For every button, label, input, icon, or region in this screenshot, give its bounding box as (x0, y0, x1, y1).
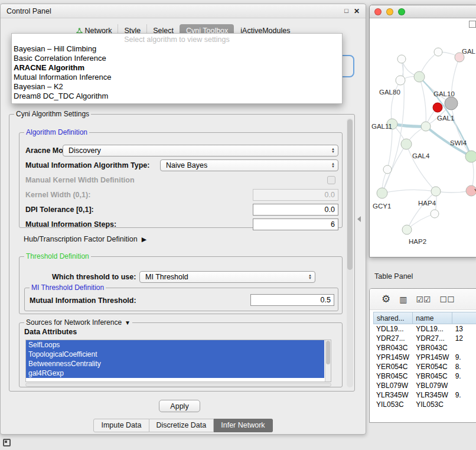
table-cell: YBL079W (373, 381, 413, 390)
table-row[interactable]: YBR045CYBR045C9. (373, 371, 476, 381)
minimize-button[interactable] (386, 8, 393, 15)
column-header-name[interactable]: name (413, 312, 452, 324)
apply-button[interactable]: Apply (159, 400, 200, 412)
dropdown-item-bayesian-hill-climbing[interactable]: Bayesian – Hill Climbing (12, 44, 342, 54)
attribute-item-gal4rgexp[interactable]: gal4RGexp (26, 369, 324, 378)
network-node[interactable] (445, 97, 458, 110)
network-node[interactable] (377, 188, 387, 198)
network-node[interactable] (431, 210, 439, 218)
network-node[interactable] (397, 55, 406, 63)
zoom-button[interactable] (398, 8, 405, 15)
network-node[interactable] (414, 71, 425, 82)
aracne-mode-select[interactable]: Discovery ▲▼ (63, 145, 338, 156)
list-scrollbar[interactable] (325, 340, 331, 381)
network-canvas-svg: GAL80GAL10GAL11GAL1SWI4GAL4GCY1HAP4HAP2G… (370, 18, 476, 257)
network-edge[interactable] (382, 190, 436, 193)
sources-title[interactable]: Sources for Network Inference ▼ (24, 318, 132, 327)
network-edge[interactable] (419, 77, 426, 126)
table-row[interactable]: YBL079WYBL079W (373, 381, 476, 390)
splitter-collapse-arrow[interactable] (357, 216, 361, 222)
dropdown-placeholder: Select algorithm to view settings (12, 35, 342, 44)
data-attributes-list[interactable]: SelfLoopsTopologicalCoefficientBetweenne… (25, 340, 331, 382)
dropdown-item-mutual-information-inference[interactable]: Mutual Information Inference (12, 73, 342, 82)
table-row[interactable]: YER054CYER054C8. (373, 362, 476, 371)
network-window-titlebar[interactable] (370, 5, 476, 18)
network-edge[interactable] (406, 144, 436, 191)
network-node[interactable] (434, 48, 442, 56)
table-cell: YLR345W (373, 390, 413, 400)
mi-type-select[interactable]: Naive Bayes ▲▼ (160, 159, 338, 171)
column-header-2[interactable] (452, 312, 476, 324)
scrollbar-thumb[interactable] (326, 341, 330, 364)
table-cell: YPR145W (413, 353, 452, 362)
mi-threshold-definition-group: MI Threshold Definition Mutual Informati… (24, 288, 338, 311)
network-node[interactable] (431, 187, 441, 196)
sources-group: Sources for Network Inference ▼ Data Att… (19, 322, 343, 387)
mi-threshold-field[interactable]: 0.5 (250, 294, 334, 306)
network-node[interactable] (421, 122, 431, 131)
table-row[interactable]: YBR043CYBR043C (373, 343, 476, 353)
table-row[interactable]: YDL19...YDL19...13 (373, 324, 476, 334)
close-button[interactable] (374, 8, 382, 15)
table-row[interactable]: YIL053CYIL053C (373, 400, 476, 409)
network-node[interactable] (402, 225, 412, 234)
scrollbar-thumb[interactable] (347, 119, 353, 270)
threshold-definition-title: Threshold Definition (24, 252, 91, 261)
table-cell: 9. (452, 390, 476, 400)
settings-scrollbar[interactable] (347, 118, 353, 387)
table-cell: 9. (452, 371, 476, 381)
restore-panel-icon[interactable] (3, 439, 11, 446)
table-row[interactable]: YPR145WYPR145W9. (373, 353, 476, 362)
dropdown-item-bayesian-k2[interactable]: Bayesian – K2 (12, 82, 342, 92)
table-cell (452, 343, 476, 353)
data-attributes-label: Data Attributes (24, 328, 77, 336)
network-node[interactable] (401, 139, 412, 149)
bottom-tab-discretize-data[interactable]: Discretize Data (149, 419, 214, 432)
kernel-width-label: Kernel Width (0,1): (25, 191, 90, 199)
which-threshold-select[interactable]: MI Threshold ▲▼ (139, 271, 315, 283)
dropdown-item-aracne-algorithm[interactable]: ARACNE Algorithm (12, 63, 342, 73)
dropdown-item-dream8-dc-tdc-algorithm[interactable]: Dream8 DC_TDC Algorithm (12, 92, 342, 101)
network-edge[interactable] (387, 124, 392, 169)
dropdown-item-basic-correlation-inference[interactable]: Basic Correlation Inference (12, 54, 342, 63)
network-edge[interactable] (407, 191, 436, 230)
bottom-tab-infer-network[interactable]: Infer Network (214, 419, 272, 432)
network-canvas[interactable]: GAL80GAL10GAL11GAL1SWI4GAL4GCY1HAP4HAP2G… (370, 18, 476, 257)
algorithm-definition-title: Algorithm Definition (24, 128, 89, 137)
window-title: Control Panel (6, 7, 51, 15)
overview-box[interactable] (469, 21, 476, 28)
network-node[interactable] (383, 165, 392, 174)
dpi-tolerance-field[interactable]: 0.0 (253, 204, 338, 216)
attribute-item-topologicalcoefficient[interactable]: TopologicalCoefficient (26, 350, 324, 359)
gear-icon[interactable]: ⚙ (382, 294, 390, 304)
threshold-definition-group: Threshold Definition Which threshold to … (19, 256, 343, 314)
columns-icon[interactable]: ▥ (399, 295, 407, 304)
node-label: GAL1 (437, 115, 454, 122)
settings-group-title: Cyni Algorithm Settings (14, 110, 91, 119)
mi-steps-label: Mutual Information Steps: (25, 220, 116, 229)
attribute-item-selfloops[interactable]: SelfLoops (26, 340, 324, 350)
table-cell: YDR27... (413, 334, 452, 343)
float-window-icon[interactable]: □ (344, 7, 348, 15)
mi-type-value: Naive Bayes (166, 161, 207, 169)
node-label: SWI4 (450, 139, 467, 146)
select-checked-icon[interactable]: ☑☑ (416, 295, 431, 304)
algorithm-dropdown-list: Select algorithm to view settings Bayesi… (11, 33, 343, 104)
mi-steps-field[interactable]: 6 (253, 219, 338, 230)
column-header-shared[interactable]: shared... (373, 312, 413, 324)
network-edge[interactable] (391, 80, 400, 124)
node-label: GCY1 (373, 203, 391, 210)
bottom-tab-impute-data[interactable]: Impute Data (93, 419, 149, 432)
control-panel-titlebar[interactable]: Control Panel □ ✕ (1, 4, 366, 18)
select-unchecked-icon[interactable]: ☐☐ (440, 295, 455, 304)
attribute-item-betweennesscentrality[interactable]: BetweennessCentrality (26, 359, 324, 369)
table-row[interactable]: YLR345WYLR345W9. (373, 390, 476, 400)
hub-definition-expander[interactable]: Hub/Transcription Factor Definition ▶ (24, 235, 146, 243)
list-horizontal-scrollbar[interactable] (25, 383, 331, 387)
table-row[interactable]: YDR27...YDR27...12 (373, 334, 476, 343)
network-node[interactable] (396, 76, 405, 85)
network-node[interactable] (465, 151, 476, 162)
network-node[interactable] (433, 103, 442, 112)
table-header-row: shared...name (373, 312, 476, 324)
close-icon[interactable]: ✕ (354, 7, 360, 15)
